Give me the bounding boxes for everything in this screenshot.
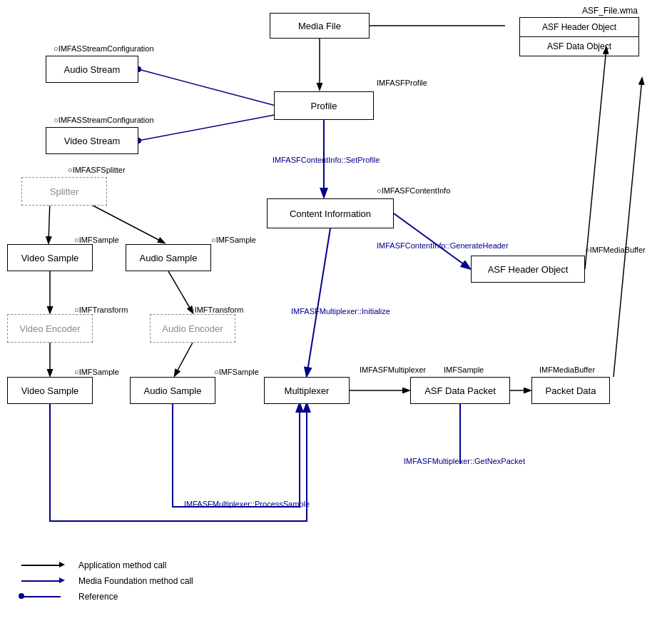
asf-header-object-box: ASF Header Object	[471, 256, 585, 283]
imf-sample-label-5: IMFSample	[444, 365, 484, 374]
legend-mf-call-text: Media Foundation method call	[78, 576, 193, 586]
legend-app-call: Application method call	[21, 560, 193, 570]
video-encoder-box: Video Encoder	[7, 314, 93, 343]
initialize-text: IMFASFMultiplexer::Initialize	[291, 307, 390, 316]
video-encoder-label: Video Encoder	[19, 323, 80, 334]
audio-stream-box: Audio Stream	[46, 56, 138, 83]
imf-media-buffer-label-1: ○IMFMediaBuffer	[585, 246, 646, 254]
legend: Application method call Media Foundation…	[21, 560, 193, 607]
video-sample-1-label: Video Sample	[21, 253, 79, 263]
asf-data-packet-label: ASF Data Packet	[424, 385, 496, 396]
imf-sample-label-1: ○IMFSample	[74, 236, 119, 244]
asf-header-object-label: ASF Header Object	[488, 264, 569, 275]
audio-sample-2-box: Audio Sample	[130, 377, 215, 404]
asf-file-inner: ASF Header Object ASF Data Object	[519, 17, 639, 56]
media-file-box: Media File	[270, 13, 370, 39]
asf-file-container: ASF_File.wma ASF Header Object ASF Data …	[512, 6, 639, 56]
process-sample-text: IMFASFMultiplexer::ProcessSample	[184, 500, 310, 508]
imf-sample-label-2: ○IMFSample	[211, 236, 256, 244]
audio-stream-label: Audio Stream	[64, 64, 121, 75]
legend-reference-text: Reference	[78, 592, 118, 602]
generate-header-text: IMFASFContentInfo::GenerateHeader	[377, 241, 509, 250]
legend-app-call-text: Application method call	[78, 560, 166, 570]
imfas-stream-config-label-1: ○IMFASStreamConfiguration	[54, 44, 154, 53]
packet-data-label: Packet Data	[546, 385, 596, 396]
imf-sample-label-4: ○IMFSample	[214, 368, 259, 376]
audio-sample-1-label: Audio Sample	[140, 253, 198, 263]
multiplexer-label: Multiplexer	[285, 385, 330, 396]
imfas-stream-config-label-2: ○IMFASStreamConfiguration	[54, 116, 154, 124]
asf-file-title-text: ASF_File.wma	[582, 6, 638, 16]
imfasf-profile-label: IMFASFProfile	[377, 79, 427, 87]
video-sample-2-box: Video Sample	[7, 377, 93, 404]
set-profile-text: IMFASFContentInfo::SetProfile	[273, 156, 380, 164]
asf-header-object-file-row: ASF Header Object	[520, 18, 638, 37]
imf-transform-label-1: ○IMFTransform	[74, 306, 128, 314]
svg-line-17	[585, 48, 606, 269]
imf-media-buffer-label-2: IMFMediaBuffer	[539, 365, 595, 374]
asf-data-row-text: ASF Data Object	[547, 41, 611, 51]
svg-line-7	[307, 228, 330, 375]
imfasf-multiplexer-label: IMFASFMultiplexer	[360, 365, 426, 374]
svg-line-13	[175, 343, 193, 375]
audio-sample-1-box: Audio Sample	[126, 244, 211, 271]
get-next-packet-label: IMFASFMultiplexer::GetNexPacket	[404, 457, 525, 465]
svg-line-8	[49, 200, 50, 243]
svg-line-11	[168, 271, 193, 313]
asf-data-object-file-row: ASF Data Object	[520, 37, 638, 56]
imfasf-content-info-label: ○IMFASFContentInfo	[377, 186, 450, 195]
imfasf-splitter-label: ○IMFASFSplitter	[68, 166, 126, 174]
svg-line-3	[138, 114, 278, 141]
splitter-box: Splitter	[21, 177, 107, 206]
asf-file-title: ASF_File.wma	[512, 6, 639, 16]
multiplexer-box: Multiplexer	[264, 377, 350, 404]
video-stream-label: Video Stream	[64, 136, 121, 146]
generate-header-label: IMFASFContentInfo::GenerateHeader	[377, 241, 509, 250]
legend-mf-call: Media Foundation method call	[21, 576, 193, 586]
diagram-container: Media File ○IMFASStreamConfiguration Aud…	[0, 0, 672, 636]
legend-reference: Reference	[21, 592, 193, 602]
audio-sample-2-label: Audio Sample	[144, 385, 202, 396]
svg-line-18	[614, 79, 642, 377]
content-info-label: Content Information	[290, 208, 371, 219]
splitter-label: Splitter	[50, 186, 78, 197]
svg-line-1	[138, 69, 278, 106]
imf-sample-label-3: ○IMFSample	[74, 368, 119, 376]
packet-data-box: Packet Data	[531, 377, 610, 404]
content-info-box: Content Information	[267, 198, 394, 228]
audio-encoder-label: Audio Encoder	[162, 323, 223, 334]
set-profile-label: IMFASFContentInfo::SetProfile	[273, 156, 380, 164]
video-stream-box: Video Stream	[46, 127, 138, 154]
profile-label: Profile	[311, 101, 337, 111]
video-sample-2-label: Video Sample	[21, 385, 79, 396]
profile-box: Profile	[274, 91, 374, 120]
media-file-label: Media File	[298, 21, 341, 31]
audio-encoder-box: Audio Encoder	[150, 314, 235, 343]
process-sample-label: IMFASFMultiplexer::ProcessSample	[184, 500, 310, 508]
asf-header-row-text: ASF Header Object	[542, 22, 616, 32]
asf-data-packet-box: ASF Data Packet	[410, 377, 510, 404]
get-next-packet-text: IMFASFMultiplexer::GetNexPacket	[404, 457, 525, 465]
initialize-label: IMFASFMultiplexer::Initialize	[291, 307, 390, 316]
imf-transform-label-2: ○IMFTransform	[190, 306, 243, 314]
video-sample-1-box: Video Sample	[7, 244, 93, 271]
